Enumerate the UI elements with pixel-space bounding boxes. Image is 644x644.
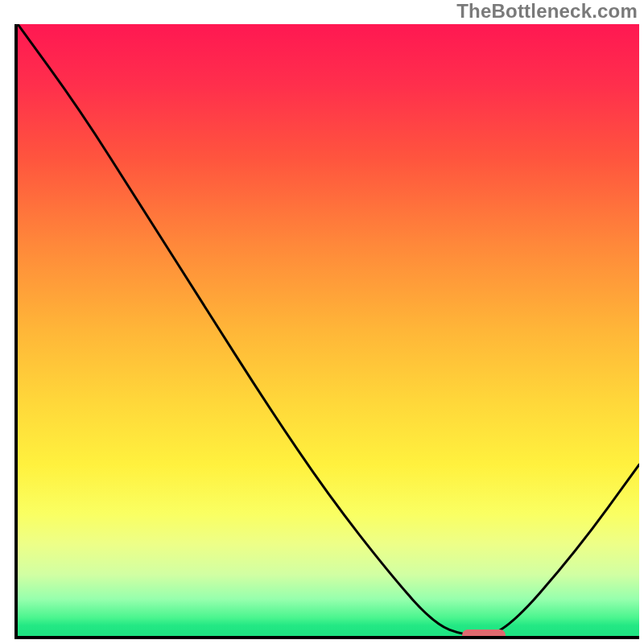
- watermark-text: TheBottleneck.com: [456, 0, 638, 23]
- plot-area: [14, 24, 639, 639]
- optimal-range-pill: [462, 630, 506, 639]
- bottleneck-curve: [18, 24, 639, 636]
- curve-path: [18, 24, 639, 636]
- chart-container: TheBottleneck.com: [0, 0, 644, 644]
